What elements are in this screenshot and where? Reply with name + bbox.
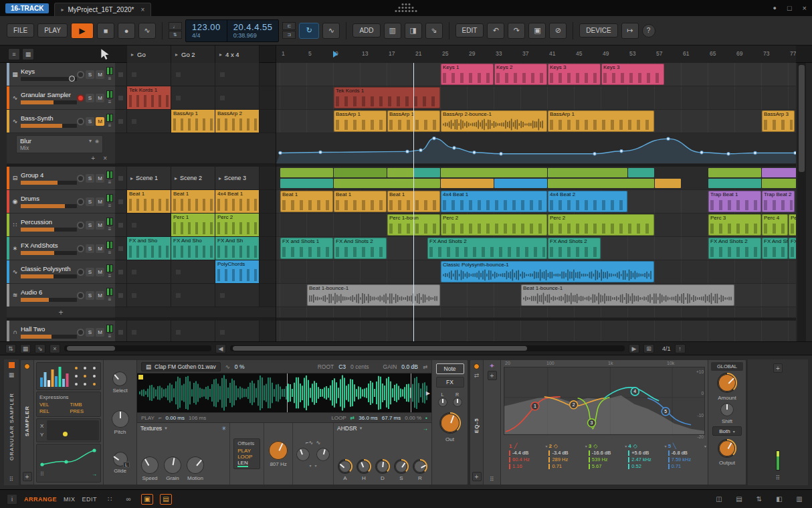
arranger-clip[interactable]: Trap Beat 2 [762, 191, 795, 212]
arranger-clip[interactable]: FX and Shots 1 [280, 238, 333, 259]
track-volume-slider[interactable] [21, 100, 77, 104]
mute-button[interactable]: M [96, 94, 104, 102]
mute-button[interactable]: M [96, 70, 104, 79]
expressions-modulator[interactable]: Expressions VELTIMBRELPRES [36, 392, 101, 417]
chevron-down-icon[interactable]: ▾ [585, 444, 587, 448]
add-button[interactable]: ADD [352, 23, 380, 37]
arm-button[interactable] [77, 118, 84, 125]
arranger-clip[interactable]: Beat 1 [280, 191, 333, 212]
arranger-clip[interactable]: Perc 5 [789, 214, 796, 236]
eq-band-4[interactable]: 4◇▾+5.6 dB2.47 kHz0.52 [628, 443, 666, 483]
loop-start-value[interactable]: 36.0 ms [359, 415, 377, 421]
eq-mod-icon[interactable]: ✦ [489, 362, 494, 369]
track-header-bass-synth[interactable]: ∿Bass-SynthSM≡ [7, 110, 115, 133]
arranger-vertical-scrollbar[interactable] [797, 63, 806, 341]
note-tab[interactable]: Note [436, 363, 464, 374]
out-knob[interactable] [441, 414, 460, 432]
rack-drag-handle-icon[interactable]: ⠿ [9, 476, 14, 483]
edit-menu-button[interactable]: EDIT [455, 23, 484, 37]
arranger-lane-bass-synth[interactable]: BassArp 1BassArp 1BassArp 2-bounce-1Bass… [276, 110, 796, 133]
arranger-clip[interactable]: Perc 2 [441, 214, 547, 236]
arranger-lane-hall-two[interactable] [276, 321, 796, 341]
arm-button[interactable] [77, 222, 84, 229]
project-tab-close-icon[interactable]: × [140, 6, 144, 13]
arranger-hscrollbar[interactable] [230, 345, 625, 351]
link-icon[interactable]: ∞ [122, 494, 134, 505]
chevron-down-icon[interactable]: ▾ [704, 444, 706, 448]
track-menu-icon[interactable]: ≡ [108, 334, 112, 339]
clip-slot[interactable]: 4x4 Beat 1 [215, 190, 260, 213]
time-display[interactable]: 0:38.969 [233, 32, 273, 39]
stop-button[interactable]: ■ [97, 23, 114, 39]
arranger-clip[interactable]: Perc 2 [548, 214, 654, 236]
arranger-clip[interactable]: Beat 1-bounce-1 [521, 284, 734, 306]
curve-drag-icon[interactable]: ⠿ [40, 471, 44, 477]
arranger-clip[interactable]: FX And Shots 2 [708, 238, 761, 259]
jump-icon[interactable]: ⇘ [425, 23, 443, 39]
pin-icon[interactable]: ◉ [95, 139, 99, 144]
clip-stop-button[interactable] [115, 214, 127, 236]
track-volume-slider[interactable] [21, 181, 77, 185]
sampler-device-name[interactable]: SAMPLER [24, 372, 30, 469]
clip-slot[interactable] [171, 63, 215, 86]
mute-button[interactable]: M [96, 197, 104, 206]
band-type-icon[interactable]: ◇ [554, 443, 558, 449]
fx-tab[interactable]: FX [436, 377, 464, 388]
pointer-tool-icon[interactable] [99, 48, 111, 60]
pitch-knob[interactable] [112, 410, 129, 428]
track-menu-icon[interactable]: ≡ [108, 100, 112, 105]
punch-in-icon[interactable]: ⊏ [282, 22, 296, 30]
band-gain-value[interactable]: -4.4 dB [509, 450, 547, 456]
pan-knob-r[interactable] [453, 398, 462, 407]
scene-play-icon[interactable]: ▸ [175, 52, 178, 58]
track-menu-icon[interactable]: ≡ [108, 123, 112, 129]
amount-knob[interactable] [718, 374, 736, 392]
env-knob-a[interactable] [339, 460, 351, 473]
band-q-value[interactable]: 5.67 [589, 463, 627, 469]
solo-button[interactable]: S [86, 94, 94, 102]
solo-button[interactable]: S [86, 291, 94, 300]
track-menu-icon[interactable]: ≡ [108, 274, 112, 279]
arranger-lane-classic-polysynth[interactable]: Classic Polysynth-bounce-1 [276, 260, 796, 284]
clip-slot[interactable] [127, 63, 171, 86]
slider-handle[interactable] [69, 76, 75, 82]
redo-icon[interactable]: ↷ [508, 23, 525, 39]
band-gain-value[interactable]: -6.8 dB [668, 450, 706, 456]
glide-mode-badge[interactable]: L [123, 462, 130, 468]
scene-play-icon[interactable]: ▸ [219, 52, 222, 58]
tempo-display[interactable]: 123.00 [192, 22, 221, 32]
mute-button[interactable]: M [96, 221, 104, 230]
play-start-marker-icon[interactable] [333, 51, 338, 58]
band-q-value[interactable]: 1.16 [509, 463, 547, 469]
track-header-classic-polysynth[interactable]: ∿Classic PolysynthSM≡ [7, 260, 115, 284]
launcher-clip[interactable]: FX And Sh [215, 237, 259, 260]
pan-knob-l[interactable] [438, 398, 447, 407]
expression-item[interactable]: TIMB [70, 402, 98, 408]
env-knob-d[interactable] [377, 460, 389, 473]
stretch-value[interactable]: 0 % [235, 363, 245, 370]
loop-start-marker[interactable] [287, 373, 288, 412]
expression-item[interactable]: VEL [39, 402, 68, 408]
scene-play-icon[interactable]: ▸ [219, 175, 221, 181]
track-header-keys[interactable]: ▦KeysSM≡ [7, 63, 115, 86]
arranger-clip[interactable]: Beat 1 [334, 191, 387, 212]
root-value[interactable]: C3 [338, 363, 346, 370]
glide-knob[interactable]: L [113, 452, 128, 467]
track-list-menu-icon[interactable]: ≡ [8, 48, 20, 60]
loop-end-marker[interactable] [411, 373, 411, 412]
clear-icon[interactable]: × [49, 344, 60, 353]
band-q-value[interactable]: 0.71 [548, 463, 587, 469]
arranger-timeline[interactable]: Keys 1Keys 2Keys 3Keys 3Tek Kords 1BassA… [276, 63, 796, 341]
arranger-clip[interactable]: BassArp 2-bounce-1 [441, 110, 547, 132]
eq-band-2[interactable]: 2◇▾-3.4 dB289 Hz0.71 [548, 443, 587, 483]
punch-out-icon[interactable]: ⊐ [282, 31, 296, 39]
solo-button[interactable]: S [86, 244, 94, 253]
track-volume-slider[interactable] [21, 298, 77, 302]
band-freq-value[interactable]: 7.59 kHz [668, 456, 706, 462]
arranger-clip[interactable]: BassArp 3 [762, 110, 795, 132]
clip-slot[interactable] [127, 214, 171, 236]
textures-mode-label[interactable]: Textures [140, 425, 162, 432]
jump-scroll-icon[interactable]: ⇘ [35, 344, 45, 353]
arranger-lane-granular-sampler[interactable]: Tek Kords 1 [276, 86, 796, 110]
duplicate-icon[interactable]: ▣ [528, 23, 546, 39]
